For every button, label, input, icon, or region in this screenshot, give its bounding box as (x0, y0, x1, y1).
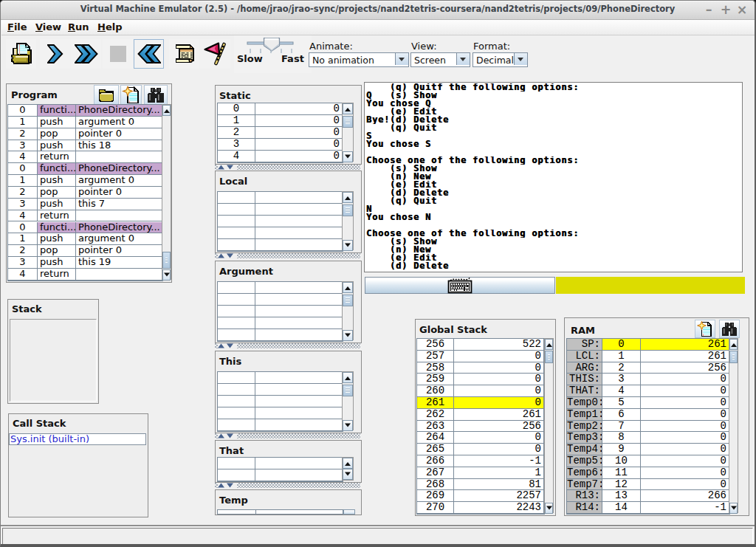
program-table-row[interactable]: 3pushthis 18 (8, 140, 162, 152)
scroll-thumb[interactable] (162, 252, 171, 269)
splitter[interactable] (215, 253, 360, 258)
global-stack-table-row[interactable]: 262261 (417, 409, 544, 421)
this-table-row[interactable] (218, 372, 343, 384)
ram-table-row[interactable]: Temp3:80 (567, 432, 729, 444)
temp-scrollbar-sliver[interactable] (343, 509, 355, 515)
program-table-row[interactable]: 0functi...PhoneDirectory... (8, 105, 162, 117)
ram-table-row[interactable]: THAT:40 (567, 385, 729, 397)
scroll-thumb[interactable] (545, 351, 553, 363)
global-stack-table-row[interactable]: 2650 (417, 444, 544, 455)
splitter-arrows[interactable] (218, 343, 237, 348)
global-stack-table-row[interactable]: 2671 (417, 467, 544, 479)
scroll-down-icon[interactable] (343, 151, 353, 162)
ram-table-row[interactable]: SP:0261 (567, 339, 729, 351)
ram-table-row[interactable]: Temp7:120 (567, 479, 729, 491)
local-table-row[interactable] (218, 192, 343, 204)
this-scrollbar[interactable] (342, 371, 354, 430)
menu-help[interactable]: Help (97, 21, 122, 34)
that-scrollbar[interactable] (342, 457, 354, 481)
step-button[interactable] (40, 39, 70, 69)
static-table-row[interactable]: 00 (218, 103, 343, 115)
argument-table-row[interactable] (218, 282, 343, 294)
program-table-row[interactable]: 1pushargument 0 (8, 117, 162, 128)
program-table-row[interactable]: 2poppointer 0 (8, 187, 162, 199)
ram-table-row[interactable]: LCL:1261 (567, 351, 729, 362)
close-button[interactable]: × (735, 2, 749, 17)
program-open-folder-button[interactable] (94, 85, 119, 105)
scroll-up-icon[interactable] (343, 282, 353, 293)
that-table-row[interactable] (218, 458, 343, 469)
program-table-row[interactable]: 3pushthis 19 (8, 257, 162, 269)
stop-button[interactable] (103, 39, 133, 69)
splitter-arrows[interactable] (218, 483, 237, 488)
ram-table-row[interactable]: ARG:2256 (567, 362, 729, 374)
program-table-row[interactable]: 4return (8, 151, 162, 163)
global-stack-table-row[interactable]: 2692257 (417, 490, 544, 502)
ram-table-row[interactable]: Temp1:60 (567, 409, 729, 421)
global-stack-table-row[interactable]: 2580 (417, 362, 544, 374)
global-stack-table-row[interactable]: 266-1 (417, 455, 544, 467)
global-stack-table-row[interactable]: 256522 (417, 339, 544, 351)
scroll-up-icon[interactable] (343, 458, 353, 469)
scroll-thumb[interactable] (343, 295, 353, 306)
menu-view[interactable]: View (35, 21, 61, 34)
keyboard-input-field[interactable] (556, 277, 745, 294)
scroll-down-icon[interactable] (343, 420, 353, 431)
breakpoints-button[interactable] (200, 39, 230, 69)
ram-table-row[interactable]: R13:13266 (567, 490, 729, 502)
global-stack-scrollbar[interactable] (544, 338, 554, 513)
splitter-arrows[interactable] (218, 165, 237, 170)
program-table-row[interactable]: 4return (8, 210, 162, 222)
scroll-thumb[interactable] (729, 351, 738, 363)
splitter[interactable] (215, 483, 360, 488)
keyboard-button[interactable] (365, 277, 555, 294)
scroll-up-icon[interactable] (545, 339, 553, 350)
program-table-row[interactable]: 0functi...PhoneDirectory... (8, 222, 162, 234)
static-table-row[interactable]: 20 (218, 127, 343, 139)
scroll-down-icon[interactable] (343, 330, 353, 341)
argument-table-row[interactable] (218, 294, 343, 306)
program-table-row[interactable]: 1pushargument 0 (8, 233, 162, 245)
reset-button[interactable] (134, 39, 164, 69)
global-stack-table-row[interactable]: 2702243 (417, 502, 544, 514)
this-table-row[interactable] (218, 396, 343, 407)
program-table-row[interactable]: 2poppointer 0 (8, 245, 162, 257)
this-table-row[interactable] (218, 407, 343, 419)
maximize-button[interactable]: + (718, 2, 733, 17)
scroll-down-icon[interactable] (343, 469, 353, 480)
animate-combo[interactable]: No animation (309, 52, 409, 67)
program-table-row[interactable]: 1pushargument 0 (8, 175, 162, 187)
local-table-row[interactable] (218, 227, 343, 239)
global-stack-table-row[interactable]: 2590 (417, 374, 544, 385)
ram-table-row[interactable]: Temp6:110 (567, 467, 729, 479)
static-table-row[interactable]: 40 (218, 151, 343, 162)
menu-run[interactable]: Run (68, 21, 89, 34)
program-new-document-button[interactable] (120, 85, 142, 105)
menu-file[interactable]: File (7, 21, 27, 34)
ram-table-row[interactable]: R14:14-1 (567, 502, 729, 514)
static-table-row[interactable]: 30 (218, 139, 343, 151)
splitter[interactable] (215, 165, 360, 170)
that-table-row[interactable] (218, 469, 343, 481)
program-flow-button[interactable] (169, 39, 199, 69)
ram-scrollbar[interactable] (729, 338, 738, 513)
chevron-down-icon[interactable] (395, 53, 408, 65)
argument-table-row[interactable] (218, 306, 343, 317)
minimize-button[interactable]: – (701, 2, 716, 17)
program-scrollbar[interactable] (162, 104, 171, 280)
chevron-down-icon[interactable] (514, 53, 527, 65)
global-stack-table-row[interactable]: 2570 (417, 351, 544, 362)
call-stack-item[interactable]: Sys.init (built-in) (9, 433, 146, 445)
local-table-row[interactable] (218, 204, 343, 216)
run-button[interactable] (71, 39, 101, 69)
scroll-up-icon[interactable] (343, 192, 353, 203)
global-stack-table-row[interactable]: 26881 (417, 479, 544, 491)
format-combo[interactable]: Decimal (472, 52, 528, 67)
splitter[interactable] (215, 433, 360, 438)
scroll-up-icon[interactable] (343, 103, 353, 114)
chevron-down-icon[interactable] (456, 53, 470, 65)
ram-table-row[interactable]: Temp5:100 (567, 455, 729, 467)
scroll-down-icon[interactable] (729, 503, 738, 514)
static-table-row[interactable]: 10 (218, 115, 343, 127)
global-stack-table-row[interactable]: 2600 (417, 385, 544, 397)
